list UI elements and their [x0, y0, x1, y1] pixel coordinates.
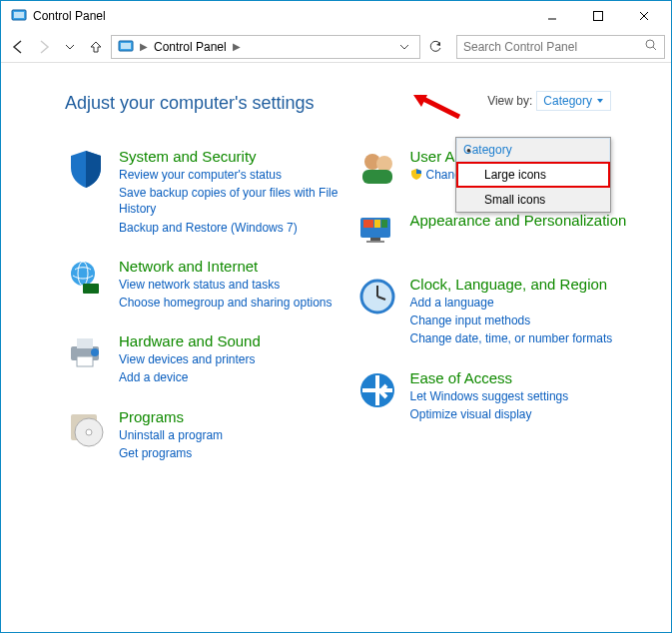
cat-title[interactable]: Programs [119, 408, 223, 425]
chevron-right-icon[interactable]: ▶ [231, 41, 243, 52]
viewby-label: View by: [487, 94, 532, 108]
maximize-button[interactable] [575, 1, 621, 31]
cat-title[interactable]: Network and Internet [119, 258, 332, 275]
svg-rect-28 [366, 241, 384, 243]
cat-programs: Programs Uninstall a program Get program… [65, 408, 350, 461]
ease-of-access-icon [356, 369, 398, 411]
svg-rect-1 [14, 12, 24, 18]
address-bar[interactable]: ▶ Control Panel ▶ [111, 35, 420, 59]
cat-link[interactable]: Let Windows suggest settings [410, 388, 569, 404]
svg-point-10 [71, 262, 95, 286]
svg-rect-3 [594, 12, 603, 21]
svg-rect-24 [363, 220, 373, 228]
breadcrumb-item[interactable]: Control Panel [150, 40, 231, 54]
window: Control Panel ▶ Control Panel ▶ Adjust y… [0, 0, 672, 633]
cat-appearance: Appearance and Personalization [356, 212, 642, 254]
address-icon [118, 39, 134, 55]
search-icon[interactable] [644, 38, 658, 55]
cat-link[interactable]: Uninstall a program [119, 427, 223, 443]
search-input[interactable] [463, 40, 644, 54]
cat-hardware: Hardware and Sound View devices and prin… [65, 332, 350, 385]
cat-link[interactable]: Add a language [410, 295, 613, 311]
refresh-button[interactable] [424, 36, 446, 58]
cat-link[interactable]: Save backup copies of your files with Fi… [119, 185, 350, 217]
cat-title[interactable]: Appearance and Personalization [410, 212, 627, 229]
viewby-value: Category [543, 94, 592, 108]
dropdown-item-small-icons[interactable]: Small icons [456, 188, 610, 212]
window-title: Control Panel [33, 9, 106, 23]
cat-link[interactable]: Change input methods [410, 313, 613, 328]
annotation-arrow [411, 93, 461, 122]
cat-link[interactable]: View devices and printers [119, 351, 261, 367]
svg-rect-25 [374, 220, 380, 228]
search-box[interactable] [456, 35, 665, 59]
left-column: System and Security Review your computer… [65, 148, 350, 461]
titlebar: Control Panel [1, 1, 671, 31]
svg-rect-7 [121, 43, 131, 49]
svg-rect-22 [362, 170, 392, 184]
clock-icon [356, 276, 398, 317]
cat-title[interactable]: Clock, Language, and Region [410, 276, 613, 293]
back-button[interactable] [7, 36, 29, 58]
svg-rect-12 [83, 284, 99, 294]
cat-link[interactable]: Add a device [119, 369, 261, 385]
cat-title[interactable]: Ease of Access [410, 369, 569, 386]
cat-link[interactable]: Get programs [119, 445, 223, 461]
svg-rect-27 [370, 238, 380, 241]
viewby: View by: Category Category Large icons S… [487, 91, 611, 111]
viewby-dropdown: Category Large icons Small icons [455, 137, 611, 213]
svg-rect-15 [77, 356, 93, 366]
chevron-down-icon [596, 97, 604, 105]
viewby-select[interactable]: Category [536, 91, 611, 111]
svg-point-19 [86, 429, 92, 435]
cat-link[interactable]: Optimize visual display [410, 406, 569, 422]
uac-shield-icon [410, 168, 422, 183]
svg-line-9 [653, 47, 656, 50]
close-button[interactable] [621, 1, 667, 31]
recent-button[interactable] [59, 36, 81, 58]
shield-icon [65, 148, 107, 190]
svg-point-21 [376, 156, 392, 172]
dropdown-item-large-icons[interactable]: Large icons [456, 162, 610, 188]
cat-title[interactable]: Hardware and Sound [119, 332, 261, 349]
cat-link[interactable]: Choose homegroup and sharing options [119, 295, 332, 311]
control-panel-icon [11, 8, 27, 24]
globe-icon [65, 258, 107, 300]
cat-network: Network and Internet View network status… [65, 258, 350, 311]
svg-rect-26 [381, 220, 387, 228]
dropdown-item-category[interactable]: Category [456, 138, 610, 162]
content: Adjust your computer's settings View by:… [1, 63, 671, 471]
cat-clock: Clock, Language, and Region Add a langua… [356, 276, 642, 347]
svg-point-8 [646, 40, 654, 48]
minimize-button[interactable] [529, 1, 575, 31]
cat-title[interactable]: System and Security [119, 148, 350, 165]
users-icon [356, 148, 398, 190]
disc-icon [65, 408, 107, 450]
cat-link[interactable]: Change date, time, or number formats [410, 330, 613, 346]
window-buttons [529, 1, 667, 31]
monitor-icon [356, 212, 398, 254]
svg-point-16 [91, 348, 99, 356]
cat-link[interactable]: Backup and Restore (Windows 7) [119, 220, 350, 236]
up-button[interactable] [85, 36, 107, 58]
printer-icon [65, 332, 107, 374]
forward-button[interactable] [33, 36, 55, 58]
cat-ease-of-access: Ease of Access Let Windows suggest setti… [356, 369, 642, 422]
cat-link[interactable]: View network status and tasks [119, 277, 332, 293]
svg-rect-14 [77, 338, 93, 348]
cat-system-security: System and Security Review your computer… [65, 148, 350, 236]
cat-link[interactable]: Review your computer's status [119, 167, 350, 183]
navbar: ▶ Control Panel ▶ [1, 31, 671, 63]
chevron-right-icon: ▶ [138, 41, 150, 52]
chevron-down-icon[interactable] [393, 36, 415, 58]
